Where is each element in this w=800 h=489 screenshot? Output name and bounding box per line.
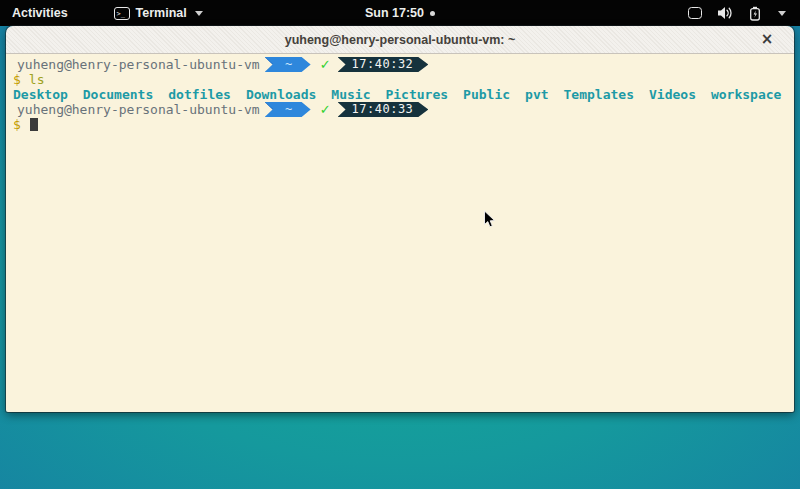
status-check-icon: ✓ [320,57,331,72]
cwd-badge: ~ [265,102,311,117]
directory-item: pvt [525,87,548,102]
time-badge: 17:40:32 [338,57,429,72]
clock[interactable]: Sun 17:50 [365,6,424,20]
directory-item: dotfiles [168,87,231,102]
close-icon[interactable]: × [758,31,776,49]
prompt-line: yuheng@henry-personal-ubuntu-vm ~ ✓ 17:4… [7,57,793,72]
directory-item: Pictures [385,87,448,102]
input-line[interactable]: $ [7,117,793,132]
ls-output-row: Desktop Documents dotfiles Downloads Mus… [7,87,793,102]
directory-item: Templates [564,87,634,102]
directory-item: workspace [711,87,781,102]
prompt-symbol: $ [13,117,21,132]
prompt-symbol: $ [13,72,21,87]
app-menu-terminal[interactable]: >_ Terminal [108,0,209,26]
chevron-down-icon [778,11,786,16]
window-title: yuheng@henry-personal-ubuntu-vm: ~ [285,33,516,47]
app-menu-label: Terminal [136,6,187,20]
text-cursor [30,118,38,131]
status-check-icon: ✓ [320,102,331,117]
battery-charging-icon [749,6,761,21]
prompt-line: yuheng@henry-personal-ubuntu-vm ~ ✓ 17:4… [7,102,793,117]
prompt-user: yuheng@henry-personal-ubuntu-vm [17,102,260,117]
directory-item: Downloads [246,87,316,102]
command-text: ls [29,72,45,87]
top-bar: Activities >_ Terminal Sun 17:50 [0,0,800,26]
window-titlebar[interactable]: yuheng@henry-personal-ubuntu-vm: ~ × [6,26,794,54]
prompt-user: yuheng@henry-personal-ubuntu-vm [17,57,260,72]
time-badge: 17:40:33 [338,102,429,117]
directory-item: Documents [83,87,153,102]
chevron-down-icon [195,11,203,16]
directory-item: Desktop [13,87,68,102]
cwd-badge: ~ [265,57,311,72]
directory-item: Videos [649,87,696,102]
terminal-icon: >_ [114,7,130,20]
volume-icon [717,6,734,20]
mouse-cursor [483,210,496,229]
terminal-content[interactable]: yuheng@henry-personal-ubuntu-vm ~ ✓ 17:4… [6,54,794,412]
notification-dot-icon [430,11,435,16]
activities-button[interactable]: Activities [0,0,80,26]
directory-item: Public [463,87,510,102]
command-line: $ ls [7,72,793,87]
system-tray[interactable] [674,0,800,26]
screen-icon [688,7,702,19]
terminal-window: yuheng@henry-personal-ubuntu-vm: ~ × yuh… [6,26,794,412]
directory-item: Music [331,87,370,102]
